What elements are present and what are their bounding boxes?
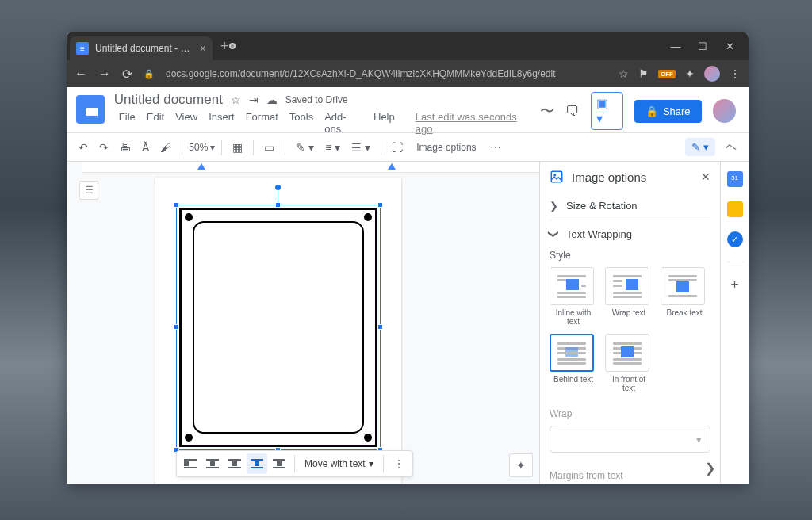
image-selection[interactable] [176,205,381,450]
menu-addons[interactable]: Add-ons [320,109,367,136]
extension-badge[interactable]: OFF [658,70,676,78]
share-button[interactable]: 🔒 Share [634,100,702,123]
menu-edit[interactable]: Edit [142,109,169,136]
style-wrap-button[interactable] [605,267,649,305]
activity-icon[interactable]: 〜 [540,101,554,120]
profile-avatar-icon[interactable] [704,66,720,82]
lock-icon[interactable]: 🔒 [144,69,155,79]
redo-icon[interactable]: ↷ [95,138,113,157]
panel-body: ❯ Size & Rotation ❯ Text Wrapping Style … [540,192,720,484]
browser-menu-icon[interactable]: ⋮ [730,67,741,80]
resize-handle-l[interactable] [174,324,179,330]
border-weight-icon[interactable]: ✎ ▾ [292,138,318,157]
position-mode-select[interactable]: Move with text ▾ [300,458,378,469]
image-options-button[interactable]: Image options [410,139,482,156]
style-infront-button[interactable] [605,334,649,372]
close-panel-icon[interactable]: ✕ [701,170,710,183]
infront-text-button[interactable] [269,453,289,474]
tasks-icon[interactable]: ✓ [727,231,743,247]
style-behind-button[interactable] [550,334,594,372]
resize-handle-tr[interactable] [377,202,383,208]
menu-file[interactable]: File [114,109,140,136]
border-style-icon[interactable]: ☰ ▾ [347,138,374,157]
behind-text-button[interactable] [247,453,267,474]
star-icon[interactable]: ☆ [231,94,241,106]
separator [285,140,285,155]
menu-format[interactable]: Format [241,109,283,136]
url-text[interactable]: docs.google.com/document/d/12XCsAzhXi-D_… [166,68,607,79]
cloud-saved-icon[interactable]: ☁ [266,94,278,106]
wrap-inline-button[interactable] [180,453,201,474]
print-icon[interactable]: 🖶 [116,138,135,157]
comments-icon[interactable]: 🗨 [565,103,580,120]
media-indicator-icon[interactable] [229,43,236,49]
undo-icon[interactable]: ↶ [75,138,92,157]
move-icon[interactable]: ⇥ [249,94,259,106]
border-color-icon[interactable]: ▦ [228,138,247,157]
docs-logo-icon[interactable] [76,95,105,124]
account-avatar-icon[interactable] [713,99,736,123]
last-edit-link[interactable]: Last edit was seconds ago [411,109,540,136]
menu-tools[interactable]: Tools [285,109,318,136]
present-button[interactable]: ▣ ▾ [591,92,623,130]
crop-icon[interactable]: ⛶ [388,138,407,157]
wrap-text-button[interactable] [202,453,223,474]
menu-view[interactable]: View [170,109,202,136]
canvas[interactable]: ☰ [67,162,539,484]
spellcheck-icon[interactable]: Ă [138,138,153,157]
reload-button[interactable]: ⟳ [122,67,132,82]
add-addon-icon[interactable]: + [730,277,739,293]
separator [383,455,384,472]
break-text-button[interactable] [224,453,245,474]
save-status: Saved to Drive [285,94,348,105]
zoom-select[interactable]: 50% ▾ [189,142,215,153]
wrap-dropdown[interactable]: ▾ [550,426,710,453]
right-indent-marker[interactable] [388,163,396,170]
new-tab-button[interactable]: + [220,38,229,55]
rotate-handle[interactable] [275,185,281,190]
document-outline-button[interactable]: ☰ [79,181,98,200]
keep-icon[interactable] [727,201,743,217]
resize-handle-t[interactable] [275,202,281,208]
tab-title: Untitled document - Google Doc [95,43,195,54]
image-icon [550,170,564,184]
close-tab-icon[interactable]: × [200,42,206,55]
separator [221,140,222,155]
resize-handle-tl[interactable] [174,202,179,208]
forward-button[interactable]: → [98,67,111,81]
extension-tag-icon[interactable]: ⚑ [638,67,649,80]
menu-help[interactable]: Help [369,109,400,136]
more-options-icon[interactable]: ⋮ [389,457,409,470]
minimize-button[interactable]: — [669,40,682,52]
explore-button[interactable]: ✦ [509,453,533,477]
left-indent-marker[interactable] [197,163,205,170]
window-controls: — ☐ ✕ [669,40,745,52]
horizontal-ruler[interactable] [82,162,539,173]
image-replace-icon[interactable]: ▭ [260,138,278,157]
maximize-button[interactable]: ☐ [696,40,709,52]
bookmark-star-icon[interactable]: ☆ [619,67,629,80]
paint-format-icon[interactable]: 🖌 [156,138,175,157]
collapse-icon[interactable]: ヘ [722,137,741,158]
toolbar: ↶ ↷ 🖶 Ă 🖌 50% ▾ ▦ ▭ ✎ ▾ ≡ ▾ ☰ ▾ ⛶ Image … [67,133,749,162]
menu-insert[interactable]: Insert [204,109,239,136]
section-toggle-wrap[interactable]: ❯ Text Wrapping [550,228,710,240]
editing-mode-button[interactable]: ✎ ▾ [685,138,715,156]
document-title[interactable]: Untitled document [114,92,223,108]
style-inline-button[interactable] [550,267,594,305]
border-dash-icon[interactable]: ≡ ▾ [321,138,344,157]
close-window-button[interactable]: ✕ [723,40,736,52]
separator [294,455,295,472]
resize-handle-r[interactable] [377,324,383,330]
browser-tab[interactable]: ≡ Untitled document - Google Doc × [70,36,213,60]
more-icon[interactable]: ⋯ [486,138,505,157]
section-title: Text Wrapping [566,228,632,240]
style-break-button[interactable] [661,267,705,305]
title-area: Untitled document ☆ ⇥ ☁ Saved to Drive F… [114,92,540,136]
back-button[interactable]: ← [75,67,87,81]
svg-point-1 [553,174,556,176]
panel-next-icon[interactable]: ❯ [705,461,715,476]
section-toggle-size[interactable]: ❯ Size & Rotation [550,200,710,212]
calendar-icon[interactable] [727,171,743,187]
extensions-puzzle-icon[interactable]: ✦ [685,67,695,80]
